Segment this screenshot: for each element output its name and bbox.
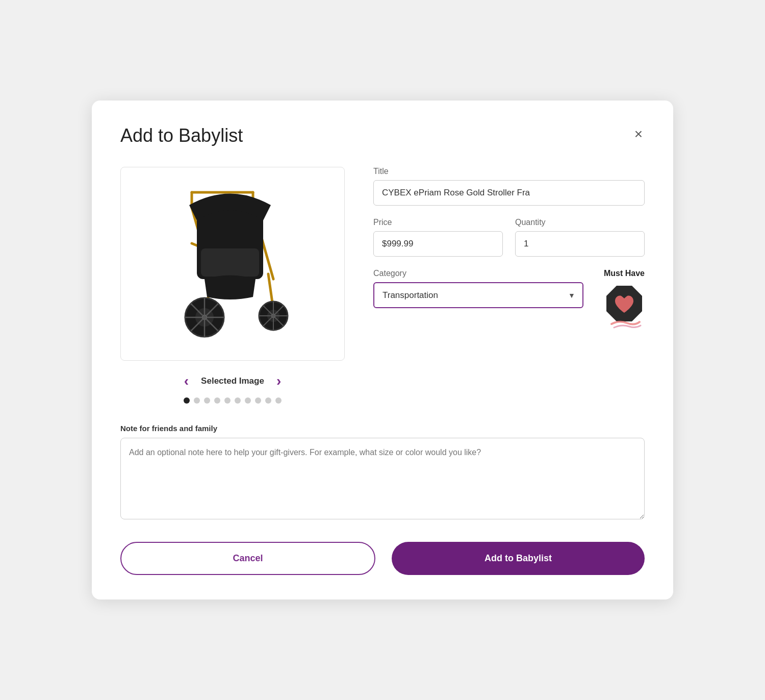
image-nav: ‹ Selected Image ›	[120, 371, 345, 391]
quantity-group: Quantity	[515, 218, 645, 257]
note-textarea[interactable]	[120, 438, 645, 519]
category-select-wrapper: Transportation Feeding Clothing Nursery …	[373, 282, 583, 308]
must-have-group: Must Have	[604, 269, 645, 324]
title-label: Title	[373, 167, 645, 176]
stroller-illustration	[151, 177, 314, 351]
dot-8[interactable]	[255, 397, 261, 404]
modal-header: Add to Babylist ×	[120, 125, 645, 146]
dot-1[interactable]	[184, 397, 190, 404]
dot-5[interactable]	[224, 397, 231, 404]
title-input[interactable]	[373, 180, 645, 206]
dot-6[interactable]	[235, 397, 241, 404]
note-label: Note for friends and family	[120, 424, 645, 433]
prev-image-button[interactable]: ‹	[180, 371, 193, 391]
next-image-button[interactable]: ›	[272, 371, 285, 391]
product-image	[120, 167, 345, 361]
add-to-babylist-button[interactable]: Add to Babylist	[392, 542, 645, 575]
image-dots	[120, 397, 345, 404]
dot-9[interactable]	[265, 397, 271, 404]
quantity-input[interactable]	[515, 231, 645, 257]
button-row: Cancel Add to Babylist	[120, 542, 645, 575]
note-section: Note for friends and family	[120, 424, 645, 521]
dot-3[interactable]	[204, 397, 210, 404]
close-button[interactable]: ×	[632, 125, 645, 143]
dot-2[interactable]	[194, 397, 200, 404]
category-group: Category Transportation Feeding Clothing…	[373, 269, 583, 308]
title-group: Title	[373, 167, 645, 206]
modal-title: Add to Babylist	[120, 125, 243, 146]
form-section: Title Price Quantity Category	[373, 167, 645, 404]
image-section: ‹ Selected Image ›	[120, 167, 345, 404]
price-input[interactable]	[373, 231, 503, 257]
dot-4[interactable]	[214, 397, 220, 404]
category-select[interactable]: Transportation Feeding Clothing Nursery …	[373, 282, 583, 308]
category-must-have-row: Category Transportation Feeding Clothing…	[373, 269, 645, 324]
price-label: Price	[373, 218, 503, 227]
image-label: Selected Image	[201, 376, 264, 386]
dot-7[interactable]	[245, 397, 251, 404]
modal-body: ‹ Selected Image › Title	[120, 167, 645, 404]
svg-rect-9	[201, 248, 259, 277]
dot-10[interactable]	[275, 397, 282, 404]
category-label: Category	[373, 269, 583, 278]
quantity-label: Quantity	[515, 218, 645, 227]
price-quantity-row: Price Quantity	[373, 218, 645, 257]
modal-container: Add to Babylist ×	[92, 101, 673, 599]
must-have-icon[interactable]	[604, 283, 645, 324]
cancel-button[interactable]: Cancel	[120, 542, 375, 575]
must-have-label: Must Have	[604, 269, 645, 278]
price-group: Price	[373, 218, 503, 257]
